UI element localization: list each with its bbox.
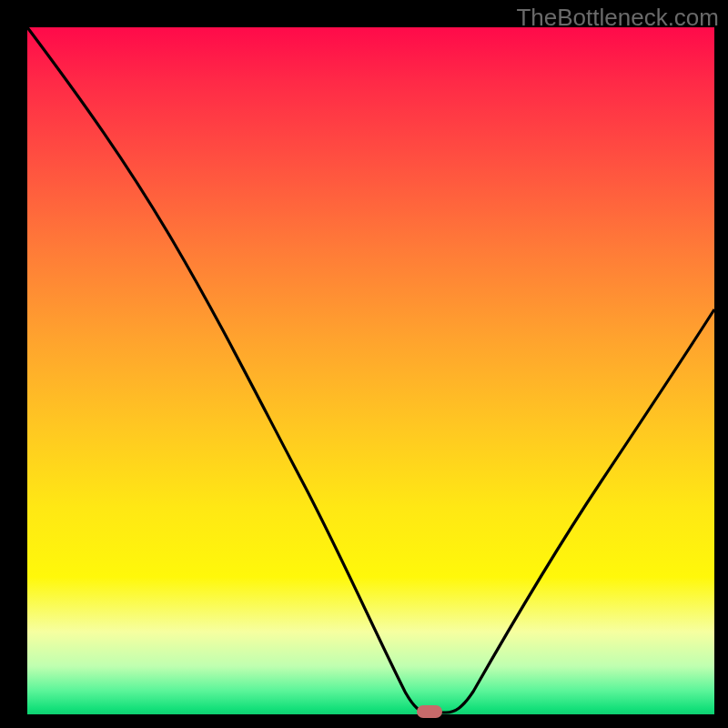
chart-frame: TheBottleneck.com — [0, 0, 728, 728]
curve-svg — [27, 27, 714, 714]
plot-area — [27, 27, 714, 714]
bottleneck-curve-path — [27, 27, 714, 713]
optimal-marker — [417, 705, 442, 718]
